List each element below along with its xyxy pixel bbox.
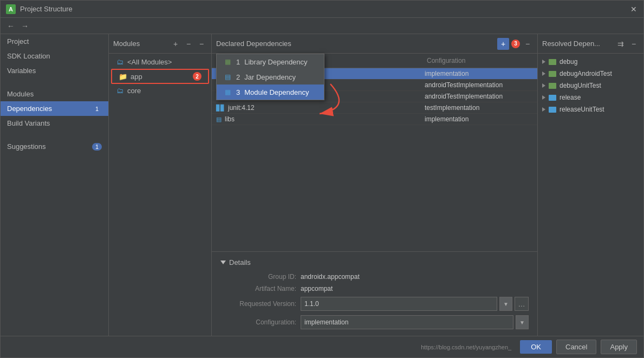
deps-remove-button[interactable]: −: [522, 38, 533, 49]
modules-remove-button[interactable]: −: [183, 38, 194, 49]
dep-name-3: junit:4.12: [228, 104, 255, 112]
resolved-item-debugunittest[interactable]: debugUnitTest: [538, 80, 643, 92]
cancel-button[interactable]: Cancel: [556, 340, 596, 354]
suggestions-badge: 1: [92, 143, 102, 151]
sidebar-item-modules[interactable]: Modules: [1, 87, 108, 101]
title-bar: A Project Structure ✕: [1, 1, 643, 18]
details-collapse-icon[interactable]: [220, 261, 226, 264]
center-area: Modules + − − 🗂 <All Modules> 📁: [109, 34, 643, 336]
library-dep-label: Library Dependency: [244, 58, 307, 66]
library-dep-icon: ▦: [223, 57, 232, 66]
details-header: Details: [220, 258, 529, 266]
module-item-app[interactable]: 📁 app 2: [111, 69, 209, 84]
debugunittest-label: debugUnitTest: [560, 82, 601, 89]
core-icon: 🗂: [115, 88, 124, 94]
dep-bar-icon-3: ▊▊: [216, 105, 225, 112]
deps-header: Declared Dependencies + 3 −: [212, 34, 537, 54]
core-label: core: [127, 87, 141, 95]
back-button[interactable]: ←: [5, 20, 17, 32]
sidebar-item-build-variants[interactable]: Build Variants: [1, 116, 108, 131]
modules-add-button[interactable]: +: [170, 38, 181, 49]
step2-badge: 2: [193, 72, 201, 81]
declared-panel: Declared Dependencies + 3 − ▦ 1 Library …: [212, 34, 538, 336]
jar-dep-label: Jar Dependency: [244, 73, 296, 81]
resolved-item-debug[interactable]: debug: [538, 56, 643, 68]
all-modules-icon: 🗂: [115, 59, 124, 66]
resolved-item-debugandroidtest[interactable]: debugAndroidTest: [538, 68, 643, 80]
ok-button[interactable]: OK: [520, 340, 552, 354]
dep-jar-icon-4: ▤: [216, 116, 222, 123]
resolved-panel: Resolved Depen... ⇉ − debug: [538, 34, 643, 336]
bottom-buttons: OK Cancel Apply: [520, 340, 637, 354]
deps-title: Declared Dependencies: [216, 40, 495, 48]
module-dep-num: 3: [236, 88, 240, 96]
debug-folder-icon: [549, 59, 556, 65]
all-modules-label: <All Modules>: [127, 58, 172, 66]
dropdown-library-dep[interactable]: ▦ 1 Library Dependency: [217, 54, 324, 69]
modules-panel-title: Modules: [113, 40, 140, 48]
app-icon: A: [6, 4, 16, 14]
module-item-all[interactable]: 🗂 <All Modules>: [109, 56, 211, 68]
sidebar-item-variables[interactable]: Variables: [1, 63, 108, 78]
sidebar-item-suggestions[interactable]: Suggestions 1: [1, 139, 108, 154]
releaseunittest-folder-icon: [549, 107, 556, 113]
forward-button[interactable]: →: [19, 20, 31, 32]
configuration-select[interactable]: implementation debugImplementation testI…: [301, 315, 513, 329]
resolved-header: Resolved Depen... ⇉ −: [538, 34, 643, 54]
jar-dep-icon: ▤: [223, 73, 232, 81]
dep-conf-2: androidTestImplementation: [425, 93, 533, 100]
resolved-item-releaseunittest[interactable]: releaseUnitTest: [538, 103, 643, 115]
sidebar-item-sdk-location[interactable]: SDK Location: [1, 49, 108, 63]
sidebar-item-dependencies[interactable]: Dependencies 1: [1, 101, 108, 116]
window-title: Project Structure: [20, 5, 629, 13]
release-folder-icon: [549, 95, 556, 101]
configuration-wrapper: implementation debugImplementation testI…: [301, 315, 529, 329]
dep-row-libs[interactable]: ▤ libs implementation: [212, 114, 537, 125]
resolved-item-release[interactable]: release: [538, 92, 643, 103]
panels-row: Modules + − − 🗂 <All Modules> 📁: [109, 34, 643, 336]
main-content: Project SDK Location Variables Modules D…: [1, 34, 643, 336]
dep-row-junit412[interactable]: ▊▊ junit:4.12 testImplementation: [212, 102, 537, 114]
dep-name-4: libs: [225, 115, 235, 123]
modules-panel-header: Modules + − −: [109, 34, 211, 54]
modules-collapse-button[interactable]: −: [196, 38, 207, 49]
conf-arrow[interactable]: ▼: [516, 315, 529, 329]
details-form: Group ID: androidx.appcompat Artifact Na…: [220, 273, 529, 329]
group-id-label: Group ID:: [220, 273, 296, 281]
dep-conf-4: implementation: [425, 115, 533, 123]
resolved-collapse-button[interactable]: −: [628, 38, 639, 49]
release-expand-icon: [542, 95, 545, 100]
module-item-core[interactable]: 🗂 core: [109, 84, 211, 97]
group-id-value: androidx.appcompat: [301, 273, 529, 281]
requested-version-label: Requested Version:: [220, 300, 296, 308]
module-dep-label: Module Dependency: [244, 88, 309, 96]
apply-button[interactable]: Apply: [601, 340, 637, 354]
conf-col-header: Configuration: [425, 56, 533, 66]
requested-version-wrapper: 1.1.0 1.0.0 1.2.0 ▼ …: [301, 297, 529, 311]
resolved-expand-button[interactable]: ⇉: [615, 38, 626, 49]
dep-conf-0: implementation: [425, 70, 533, 77]
window-controls: ✕: [629, 5, 638, 14]
dropdown-jar-dep[interactable]: ▤ 2 Jar Dependency: [217, 69, 324, 84]
sidebar-item-project[interactable]: Project: [1, 34, 108, 49]
nav-bar: ← →: [1, 18, 643, 34]
version-extra-btn[interactable]: …: [515, 297, 529, 311]
app-icon: 📁: [119, 73, 127, 80]
deps-add-button[interactable]: +: [497, 38, 509, 50]
debugandroidtest-expand-icon: [542, 71, 545, 76]
dependencies-badge: 1: [92, 105, 102, 113]
close-button[interactable]: ✕: [629, 5, 638, 14]
requested-version-select[interactable]: 1.1.0 1.0.0 1.2.0: [301, 297, 497, 311]
version-arrow[interactable]: ▼: [499, 297, 512, 311]
module-list: 🗂 <All Modules> 📁 app 2 🗂 core: [109, 54, 211, 336]
artifact-name-label: Artifact Name:: [220, 285, 296, 292]
step3-badge: 3: [511, 40, 520, 48]
dep-conf-3: testImplementation: [425, 104, 533, 112]
resolved-list: debug debugAndroidTest debugUnitTest: [538, 54, 643, 336]
dropdown-module-dep[interactable]: ▦ 3 Module Dependency: [217, 84, 324, 100]
module-dep-icon: ▦: [223, 88, 232, 96]
deps-dropdown-menu: ▦ 1 Library Dependency ▤ 2 Jar Dependenc…: [216, 54, 324, 100]
library-dep-num: 1: [236, 58, 240, 66]
resolved-title: Resolved Depen...: [542, 40, 613, 48]
modules-panel: Modules + − − 🗂 <All Modules> 📁: [109, 34, 212, 336]
